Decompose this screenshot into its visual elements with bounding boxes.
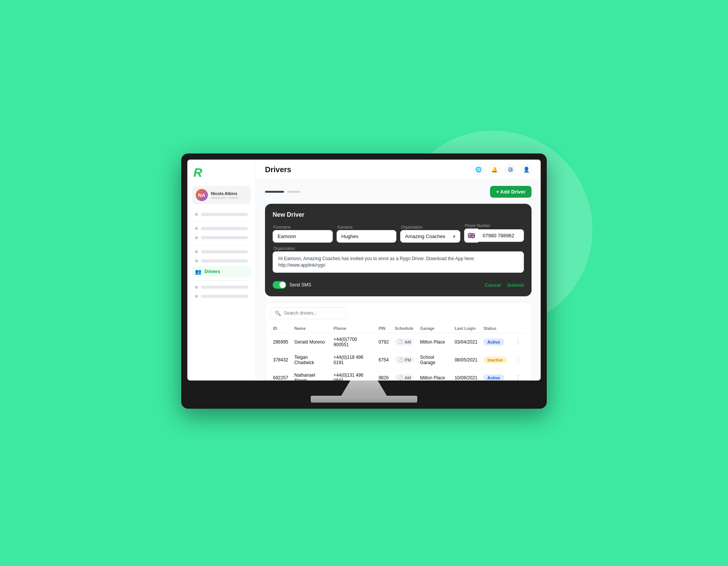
col-status: Status [481,324,510,333]
cell-last-login: 10/08/2021 [452,369,481,381]
flag-icon: 🇬🇧 [464,229,478,243]
phone-row: 🇬🇧 [464,229,524,243]
clock-icon: 🕐 [398,375,403,380]
col-phone: Phone [330,324,375,333]
tab-active[interactable] [265,191,284,193]
tab-bar: + Add Driver [265,186,532,198]
col-actions [510,324,527,333]
cell-name: Nathanael Steele [291,369,330,381]
sidebar-item-6[interactable] [192,283,251,291]
dot-icon-1 [195,213,198,216]
cell-schedule: 🕐 AM [392,333,417,351]
monitor: R NA Nicola Atkins [181,153,547,409]
dot-icon-3 [195,236,198,239]
bar-3 [201,236,248,239]
sms-org-label: Organization [273,246,524,251]
user-name: Nicola Atkins [211,191,238,196]
user-card[interactable]: NA Nicola Atkins [192,186,251,204]
sidebar-item-3[interactable] [192,233,251,242]
tab-inactive[interactable] [287,191,300,193]
dot-icon-6 [195,286,198,289]
bar-5 [201,259,248,262]
page-title: Drivers [265,165,291,174]
divider-1 [192,222,251,222]
card-title: New Driver [273,211,524,218]
submit-button[interactable]: Submit [507,282,524,288]
add-driver-button[interactable]: + Add Driver [490,186,532,198]
row-menu-button[interactable]: ⋮ [513,356,524,364]
sms-message-text: Hi Eamonn, Amazing Coaches has invited y… [273,251,524,273]
dot-icon-7 [195,295,198,298]
logo: R [192,166,251,180]
globe-icon[interactable]: 🌐 [473,164,484,175]
search-bar: 🔍 [270,307,346,319]
surname-input[interactable] [337,230,397,243]
cell-pin: 6754 [375,351,392,369]
surname-field: Surname [337,225,397,243]
table-body: 286995 Gerald Moreno +44(0)7700 900551 0… [270,333,527,381]
drivers-label: Drivers [204,269,220,274]
form-actions: Send SMS Cancel Submit [273,281,524,289]
table-row: 286995 Gerald Moreno +44(0)7700 900551 0… [270,333,527,351]
status-badge: Inactive [484,357,507,363]
cell-name: Gerald Moreno [291,333,330,351]
cell-garage: Milton Place [417,369,452,381]
sms-message-field: Organization Hi Eamonn, Amazing Coaches … [273,246,524,277]
gear-icon[interactable]: ⚙️ [505,164,516,175]
cell-menu[interactable]: ⋮ [510,369,527,381]
user-info: Nicola Atkins [211,191,238,199]
dot-icon-4 [195,250,198,253]
main-content: Drivers 🌐 🔔 ⚙️ 👤 [256,160,541,381]
cell-menu[interactable]: ⋮ [510,351,527,369]
form-row-1: Forename Surname Organization [273,224,524,243]
search-icon: 🔍 [275,310,281,316]
sidebar: R NA Nicola Atkins [187,160,256,381]
topbar-icons: 🌐 🔔 ⚙️ 👤 [473,164,532,175]
sidebar-item-drivers[interactable]: 👥 Drivers [192,266,251,277]
clock-icon: 🕐 [398,357,403,362]
clock-icon: 🕐 [398,339,403,344]
cell-status: Inactive [481,351,510,369]
row-menu-button[interactable]: ⋮ [513,338,524,346]
form-buttons: Cancel Submit [485,281,524,288]
dot-icon-5 [195,259,198,262]
topbar: Drivers 🌐 🔔 ⚙️ 👤 [256,160,541,180]
screen: R NA Nicola Atkins [187,160,541,381]
search-input[interactable] [284,310,341,316]
drivers-icon: 👥 [195,269,201,275]
sidebar-item-1[interactable] [192,210,251,219]
organization-select[interactable]: Amazing Coaches [400,230,460,243]
forename-field: Forename [273,225,333,243]
cell-pin: 0792 [375,333,392,351]
bar-4 [201,250,248,253]
toggle-switch[interactable] [273,281,286,289]
phone-field: Phone Number 🇬🇧 [464,224,524,243]
dot-icon-2 [195,227,198,230]
sidebar-item-4[interactable] [192,248,251,256]
cell-menu[interactable]: ⋮ [510,333,527,351]
forename-label: Forename [273,225,333,229]
cell-id: 692257 [270,369,291,381]
user-icon[interactable]: 👤 [521,164,532,175]
cell-last-login: 08/05/2021 [452,351,481,369]
stand-neck [341,381,387,396]
forename-input[interactable] [273,230,333,243]
cancel-button[interactable]: Cancel [485,282,501,288]
sidebar-item-2[interactable] [192,224,251,233]
cell-garage: Milton Place [417,333,452,351]
cell-schedule: 🕐 PM [392,351,417,369]
cell-schedule: 🕐 AM [392,369,417,381]
phone-input[interactable] [478,229,524,242]
table-row: 378432 Teigan Chadwick +44(0)118 496 019… [270,351,527,369]
send-sms-toggle: Send SMS [273,281,311,289]
bell-icon[interactable]: 🔔 [489,164,500,175]
stand-base [311,396,417,403]
row-menu-button[interactable]: ⋮ [513,374,524,381]
sidebar-item-5[interactable] [192,257,251,265]
cell-phone: +44(0)131 496 0591 [330,369,375,381]
new-driver-card: New Driver Forename Surname O [265,204,532,296]
sidebar-item-7[interactable] [192,292,251,301]
cell-id: 286995 [270,333,291,351]
cell-name: Teigan Chadwick [291,351,330,369]
drivers-section: 🔍 ID Name Phone PIN Schedule [265,302,532,381]
